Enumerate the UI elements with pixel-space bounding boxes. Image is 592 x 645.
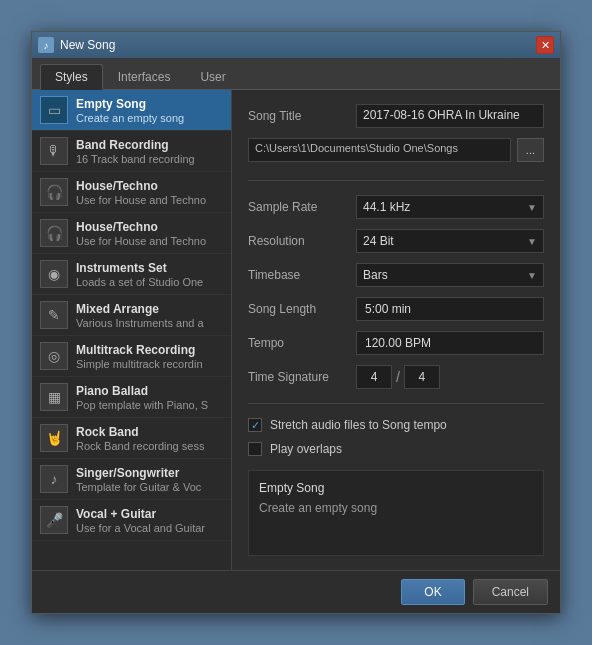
list-item-title: Rock Band bbox=[76, 425, 223, 439]
description-section: Empty Song Create an empty song bbox=[248, 470, 544, 556]
list-item-desc: Simple multitrack recordin bbox=[76, 358, 223, 370]
list-item-text: House/Techno Use for House and Techno bbox=[76, 220, 223, 247]
list-item-desc: Rock Band recording sess bbox=[76, 440, 223, 452]
list-item-title: Vocal + Guitar bbox=[76, 507, 223, 521]
resolution-value: 24 Bit bbox=[363, 234, 394, 248]
song-length-label: Song Length bbox=[248, 302, 348, 316]
list-item-title: House/Techno bbox=[76, 220, 223, 234]
list-item-text: House/Techno Use for House and Techno bbox=[76, 179, 223, 206]
browse-button[interactable]: ... bbox=[517, 138, 544, 162]
list-item-icon: 🎙 bbox=[40, 137, 68, 165]
resolution-label: Resolution bbox=[248, 234, 348, 248]
play-overlaps-checkbox[interactable] bbox=[248, 442, 262, 456]
dialog-body: Styles Interfaces User ▭ Empty Song Crea… bbox=[32, 58, 560, 613]
list-item[interactable]: ♪ Singer/Songwriter Template for Guitar … bbox=[32, 459, 231, 500]
list-item[interactable]: 🤘 Rock Band Rock Band recording sess bbox=[32, 418, 231, 459]
sample-rate-label: Sample Rate bbox=[248, 200, 348, 214]
list-item[interactable]: 🎙 Band Recording 16 Track band recording bbox=[32, 131, 231, 172]
dialog-icon: ♪ bbox=[38, 37, 54, 53]
list-item-title: Singer/Songwriter bbox=[76, 466, 223, 480]
list-item[interactable]: 🎧 House/Techno Use for House and Techno bbox=[32, 213, 231, 254]
footer: OK Cancel bbox=[32, 570, 560, 613]
tempo-row: Tempo 120.00 BPM bbox=[248, 331, 544, 355]
list-item-desc: Various Instruments and a bbox=[76, 317, 223, 329]
list-item-desc: Use for House and Techno bbox=[76, 235, 223, 247]
title-bar: ♪ New Song ✕ bbox=[32, 32, 560, 58]
list-item-text: Vocal + Guitar Use for a Vocal and Guita… bbox=[76, 507, 223, 534]
list-item-icon: ◎ bbox=[40, 342, 68, 370]
time-sig-label: Time Signature bbox=[248, 370, 348, 384]
title-bar-left: ♪ New Song bbox=[38, 37, 115, 53]
song-templates-list: ▭ Empty Song Create an empty song 🎙 Band… bbox=[32, 90, 232, 570]
list-item-text: Instruments Set Loads a set of Studio On… bbox=[76, 261, 223, 288]
list-item-text: Band Recording 16 Track band recording bbox=[76, 138, 223, 165]
tempo-value[interactable]: 120.00 BPM bbox=[356, 331, 544, 355]
list-item[interactable]: ✎ Mixed Arrange Various Instruments and … bbox=[32, 295, 231, 336]
time-sig-row: Time Signature 4 / 4 bbox=[248, 365, 544, 389]
list-item[interactable]: 🎤 Vocal + Guitar Use for a Vocal and Gui… bbox=[32, 500, 231, 541]
list-item-icon: ♪ bbox=[40, 465, 68, 493]
cancel-button[interactable]: Cancel bbox=[473, 579, 548, 605]
tab-interfaces[interactable]: Interfaces bbox=[103, 64, 186, 89]
list-item-icon: ▦ bbox=[40, 383, 68, 411]
song-length-row: Song Length 5:00 min bbox=[248, 297, 544, 321]
list-item-icon: 🎧 bbox=[40, 219, 68, 247]
ok-button[interactable]: OK bbox=[401, 579, 464, 605]
tab-styles[interactable]: Styles bbox=[40, 64, 103, 90]
song-title-label: Song Title bbox=[248, 109, 348, 123]
content-area: ▭ Empty Song Create an empty song 🎙 Band… bbox=[32, 90, 560, 570]
desc-text: Create an empty song bbox=[259, 501, 533, 515]
list-item-title: Instruments Set bbox=[76, 261, 223, 275]
list-item[interactable]: ▭ Empty Song Create an empty song bbox=[32, 90, 231, 131]
list-item[interactable]: 🎧 House/Techno Use for House and Techno bbox=[32, 172, 231, 213]
tab-user[interactable]: User bbox=[185, 64, 240, 89]
stretch-label[interactable]: Stretch audio files to Song tempo bbox=[270, 418, 447, 432]
sample-rate-dropdown[interactable]: 44.1 kHz ▼ bbox=[356, 195, 544, 219]
tempo-label: Tempo bbox=[248, 336, 348, 350]
timebase-arrow: ▼ bbox=[527, 270, 537, 281]
play-overlaps-checkbox-row: Play overlaps bbox=[248, 442, 544, 456]
resolution-dropdown[interactable]: 24 Bit ▼ bbox=[356, 229, 544, 253]
song-length-value[interactable]: 5:00 min bbox=[356, 297, 544, 321]
song-title-row: Song Title 2017-08-16 OHRA In Ukraine bbox=[248, 104, 544, 128]
song-title-input[interactable]: 2017-08-16 OHRA In Ukraine bbox=[356, 104, 544, 128]
list-item[interactable]: ▦ Piano Ballad Pop template with Piano, … bbox=[32, 377, 231, 418]
list-item-title: House/Techno bbox=[76, 179, 223, 193]
resolution-row: Resolution 24 Bit ▼ bbox=[248, 229, 544, 253]
list-item-desc: Use for a Vocal and Guitar bbox=[76, 522, 223, 534]
timebase-value: Bars bbox=[363, 268, 388, 282]
timebase-dropdown[interactable]: Bars ▼ bbox=[356, 263, 544, 287]
list-item-text: Piano Ballad Pop template with Piano, S bbox=[76, 384, 223, 411]
list-item-icon: ▭ bbox=[40, 96, 68, 124]
list-item-text: Rock Band Rock Band recording sess bbox=[76, 425, 223, 452]
list-item-text: Multitrack Recording Simple multitrack r… bbox=[76, 343, 223, 370]
list-item-title: Piano Ballad bbox=[76, 384, 223, 398]
timebase-row: Timebase Bars ▼ bbox=[248, 263, 544, 287]
list-item[interactable]: ◉ Instruments Set Loads a set of Studio … bbox=[32, 254, 231, 295]
sample-rate-value: 44.1 kHz bbox=[363, 200, 410, 214]
list-item[interactable]: ◎ Multitrack Recording Simple multitrack… bbox=[32, 336, 231, 377]
new-song-dialog: ♪ New Song ✕ Styles Interfaces User ▭ Em… bbox=[31, 31, 561, 614]
list-item-desc: Use for House and Techno bbox=[76, 194, 223, 206]
list-item-icon: 🎤 bbox=[40, 506, 68, 534]
time-sig-denominator[interactable]: 4 bbox=[404, 365, 440, 389]
dialog-title: New Song bbox=[60, 38, 115, 52]
stretch-checkbox[interactable] bbox=[248, 418, 262, 432]
separator-2 bbox=[248, 403, 544, 404]
list-item-icon: 🤘 bbox=[40, 424, 68, 452]
list-item-title: Multitrack Recording bbox=[76, 343, 223, 357]
time-sig-numerator[interactable]: 4 bbox=[356, 365, 392, 389]
list-item-desc: Loads a set of Studio One bbox=[76, 276, 223, 288]
list-item-title: Band Recording bbox=[76, 138, 223, 152]
play-overlaps-label[interactable]: Play overlaps bbox=[270, 442, 342, 456]
list-item-desc: Template for Guitar & Voc bbox=[76, 481, 223, 493]
path-input[interactable]: C:\Users\1\Documents\Studio One\Songs bbox=[248, 138, 511, 162]
right-panel: Song Title 2017-08-16 OHRA In Ukraine C:… bbox=[232, 90, 560, 570]
list-item-icon: ✎ bbox=[40, 301, 68, 329]
separator-1 bbox=[248, 180, 544, 181]
desc-title: Empty Song bbox=[259, 481, 533, 495]
close-button[interactable]: ✕ bbox=[536, 36, 554, 54]
list-item-text: Mixed Arrange Various Instruments and a bbox=[76, 302, 223, 329]
list-item-text: Empty Song Create an empty song bbox=[76, 97, 223, 124]
timebase-label: Timebase bbox=[248, 268, 348, 282]
